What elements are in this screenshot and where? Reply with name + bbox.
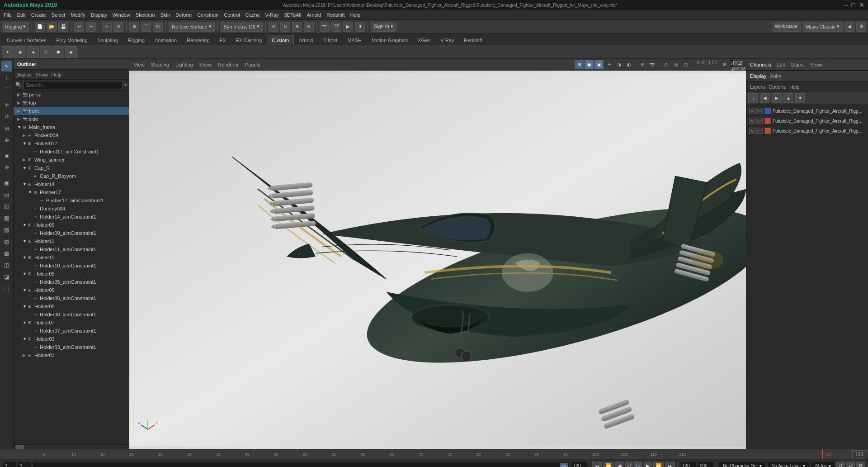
show-manipulator-tool[interactable]: ⊗ bbox=[1, 162, 12, 173]
tree-item-front[interactable]: ▶ 📷 front bbox=[14, 107, 129, 115]
timeline-ruler[interactable]: 5 10 15 20 25 30 35 40 45 50 55 60 65 70… bbox=[0, 449, 868, 459]
tab-arnold[interactable]: Arnold bbox=[294, 35, 318, 45]
snap-curve-button[interactable]: ⌒ bbox=[141, 22, 151, 32]
outliner-scrollbar[interactable] bbox=[14, 444, 129, 449]
vp-menu-view[interactable]: View bbox=[131, 59, 147, 71]
custom-tool-3[interactable]: ▥ bbox=[1, 201, 12, 212]
tree-item-main-frame[interactable]: ▼ ⊞ Main_frame bbox=[14, 123, 129, 131]
go-end-button[interactable]: ⏭ bbox=[665, 462, 675, 467]
layer-add-button[interactable]: + bbox=[748, 93, 758, 103]
menu-window[interactable]: Window bbox=[113, 12, 130, 18]
range-start-field[interactable]: 1 bbox=[18, 462, 31, 467]
soft-mod-tool[interactable]: ◉ bbox=[1, 150, 12, 161]
open-file-button[interactable]: 📂 bbox=[47, 22, 57, 32]
ipr-button[interactable]: ▶ bbox=[343, 22, 353, 32]
layer-up-button[interactable]: ▲ bbox=[783, 93, 793, 103]
tree-item-holder10[interactable]: ▼ ⊞ Holder10 bbox=[14, 253, 129, 262]
no-live-surface-dropdown[interactable]: No Live Surface ▾ bbox=[169, 22, 214, 32]
outliner-menu-display[interactable]: Display bbox=[15, 72, 32, 77]
vp-menu-lighting[interactable]: Lighting bbox=[173, 59, 196, 71]
layer-v-btn-3[interactable]: V bbox=[749, 128, 755, 134]
custom-tool-1[interactable]: ▣ bbox=[1, 177, 12, 188]
tab-motion-graphics[interactable]: Motion Graphics bbox=[367, 35, 413, 45]
custom-tool-8[interactable]: ◫ bbox=[1, 260, 12, 271]
vp-shadow-button[interactable]: ◑ bbox=[614, 60, 623, 69]
maximize-button[interactable]: □ bbox=[852, 1, 855, 9]
vp-wireframe-button[interactable]: ⊞ bbox=[575, 60, 584, 69]
vp-grid-button[interactable]: ⊟ bbox=[638, 60, 647, 69]
edit-tab[interactable]: Edit bbox=[776, 62, 785, 67]
custom-tool-4[interactable]: ▦ bbox=[1, 213, 12, 224]
tab-fx-caching[interactable]: FX Caching bbox=[231, 35, 267, 45]
move-tool[interactable]: ✛ bbox=[1, 100, 12, 110]
universal-transform-tool[interactable]: ⊕ bbox=[1, 135, 12, 146]
refresh-button[interactable]: ↺ bbox=[836, 462, 845, 467]
character-set-field[interactable]: No Character Set ▾ bbox=[719, 462, 766, 467]
rigging-dropdown[interactable]: Rigging ▾ bbox=[2, 22, 29, 32]
render-button[interactable]: 🎬 bbox=[331, 22, 341, 32]
sign-in-button[interactable]: Sign In ▾ bbox=[371, 22, 396, 32]
outliner-menu-help[interactable]: Help bbox=[52, 72, 62, 77]
tree-item-holder09-aim[interactable]: ⊸ Holder09_aimConstraint1 bbox=[14, 229, 129, 237]
transform-button[interactable]: ⊕ bbox=[292, 22, 302, 32]
menu-help[interactable]: Help bbox=[350, 12, 361, 18]
anim-layer-field[interactable]: No Anim Layer ▾ bbox=[767, 462, 809, 467]
expand-toolbar-button[interactable]: ◀ bbox=[844, 22, 854, 32]
tree-item-holder07[interactable]: ▼ ⊞ Holder07 bbox=[14, 319, 129, 327]
tree-item-holder03-aim[interactable]: ⊸ Holder03_aimConstraint1 bbox=[14, 343, 129, 351]
settings-button[interactable]: ⚙ bbox=[856, 462, 865, 467]
menu-redshift[interactable]: Redshift bbox=[326, 12, 344, 18]
tree-item-top[interactable]: ▶ 📷 top bbox=[14, 99, 129, 107]
next-key-button[interactable]: ▶ bbox=[644, 462, 652, 467]
tab-animation[interactable]: Animation bbox=[150, 35, 182, 45]
vp-menu-renderer[interactable]: Renderer bbox=[215, 59, 241, 71]
shelf-icon-1[interactable]: ▣ bbox=[14, 46, 26, 58]
tab-fx[interactable]: FX bbox=[215, 35, 231, 45]
custom-tool-7[interactable]: ▩ bbox=[1, 248, 12, 259]
select-tool[interactable]: ↖ bbox=[1, 61, 12, 71]
menu-skeleton[interactable]: Skeleton bbox=[136, 12, 155, 18]
tree-item-holder08[interactable]: ▼ ⊞ Holder08 bbox=[14, 302, 129, 310]
tree-item-pusher17-aim[interactable]: ⊸ Pusher17_aimConstraint1 bbox=[14, 196, 129, 205]
workspace-dropdown[interactable]: Maya Classic ▾ bbox=[803, 22, 843, 32]
layer-prev-button[interactable]: ◀ bbox=[760, 93, 770, 103]
menu-file[interactable]: File bbox=[4, 12, 12, 18]
custom-tool-5[interactable]: ▧ bbox=[1, 224, 12, 235]
tab-curves-surfaces[interactable]: Curves / Surfaces bbox=[2, 35, 51, 45]
menu-arnold[interactable]: Arnold bbox=[307, 12, 321, 18]
vp-xray-button[interactable]: ◎ bbox=[671, 60, 680, 69]
go-start-button[interactable]: ⏮ bbox=[592, 462, 602, 467]
lasso-tool[interactable]: ⌒ bbox=[1, 84, 12, 95]
menu-display[interactable]: Display bbox=[91, 12, 107, 18]
tree-item-holder10-aim[interactable]: ⊸ Holder10_aimConstraint1 bbox=[14, 262, 129, 270]
tab-poly-modeling[interactable]: Poly Modeling bbox=[51, 35, 92, 45]
anim-tab[interactable]: Anim bbox=[770, 73, 781, 79]
loop-button[interactable]: ⇄ bbox=[846, 462, 855, 467]
tree-item-holder03[interactable]: ▼ ⊞ Holder03 bbox=[14, 335, 129, 343]
viewport-canvas[interactable]: X Z Y bbox=[129, 71, 746, 449]
shelf-icon-3[interactable]: ⬡ bbox=[40, 46, 52, 58]
tree-item-holder05-aim[interactable]: ⊸ Holder05_aimConstraint1 bbox=[14, 278, 129, 286]
tab-xgen[interactable]: XGen bbox=[413, 35, 435, 45]
rotate-tool[interactable]: ↺ bbox=[1, 111, 12, 122]
vp-menu-panels[interactable]: Panels bbox=[242, 59, 263, 71]
pause-button[interactable]: ⏸ bbox=[355, 22, 365, 32]
tree-item-holder017[interactable]: ▼ ⊞ Holder017 bbox=[14, 139, 129, 148]
anim-range-bar[interactable]: 120 bbox=[33, 462, 570, 467]
scale-tool[interactable]: ⊞ bbox=[1, 123, 12, 134]
menu-deform[interactable]: Deform bbox=[175, 12, 192, 18]
layer-p-btn-2[interactable]: P bbox=[756, 118, 763, 124]
tree-item-cap-r[interactable]: ▼ ⊞ Cap_R bbox=[14, 164, 129, 172]
tab-sculpting[interactable]: Sculpting bbox=[93, 35, 123, 45]
tab-bifrost[interactable]: Bifrost bbox=[318, 35, 342, 45]
tree-item-holder017-aim[interactable]: ⊸ Holder017_aimConstraint1 bbox=[14, 148, 129, 156]
tab-rendering[interactable]: Rendering bbox=[182, 35, 215, 45]
shelf-icon-star[interactable]: ✦ bbox=[2, 46, 14, 58]
options-subtab[interactable]: Options bbox=[769, 84, 786, 90]
menu-constrain[interactable]: Constrain bbox=[197, 12, 218, 18]
shelf-icon-4[interactable]: ⬢ bbox=[52, 46, 64, 58]
tree-item-holder11[interactable]: ▼ ⊞ Holder11 bbox=[14, 237, 129, 245]
menu-select[interactable]: Select bbox=[52, 12, 66, 18]
fps-field[interactable]: 24 fps ▾ bbox=[811, 462, 835, 467]
camera-button[interactable]: 📷 bbox=[320, 22, 330, 32]
